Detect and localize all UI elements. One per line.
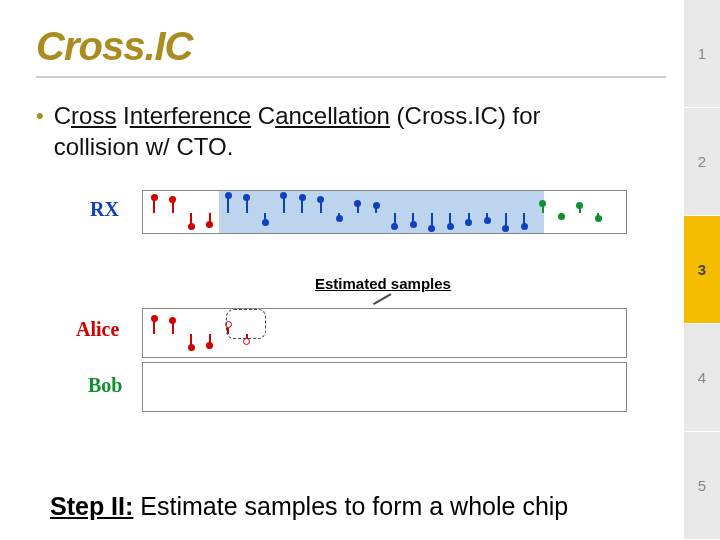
diagram: RX Alice Bob Estimated samples [90, 190, 650, 420]
alice-timeline [142, 308, 627, 358]
slide-title: Cross.IC [36, 24, 193, 69]
step-caption: Step II: Estimate samples to form a whol… [50, 492, 568, 521]
rx-shaded-region [219, 191, 544, 233]
nav-rail: 1 2 3 4 5 [684, 0, 720, 540]
estimated-samples-label: Estimated samples [315, 275, 451, 292]
alice-label: Alice [76, 318, 119, 341]
bullet-text: Cross Interference Cancellation (Cross.I… [54, 100, 596, 162]
nav-tab-5[interactable]: 5 [684, 432, 720, 540]
nav-tab-4[interactable]: 4 [684, 324, 720, 432]
step-prefix: Step II: [50, 492, 133, 520]
bob-label: Bob [88, 374, 122, 397]
title-underline [36, 76, 666, 78]
estimated-samples-marker [226, 309, 266, 339]
bullet-item: • Cross Interference Cancellation (Cross… [36, 100, 596, 162]
estimated-samples-connector [373, 293, 391, 304]
nav-tab-1[interactable]: 1 [684, 0, 720, 108]
bullet-dot-icon: • [36, 100, 44, 162]
nav-tab-2[interactable]: 2 [684, 108, 720, 216]
bob-timeline [142, 362, 627, 412]
nav-tab-3[interactable]: 3 [684, 216, 720, 324]
rx-timeline [142, 190, 627, 234]
rx-label: RX [90, 198, 119, 221]
step-text: Estimate samples to form a whole chip [133, 492, 568, 520]
